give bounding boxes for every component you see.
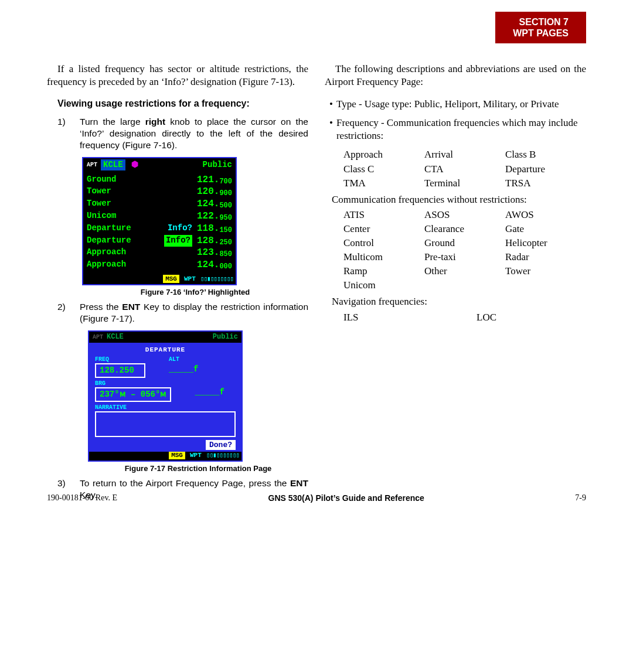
intro-paragraph: If a listed frequency has sector or alti… bbox=[47, 63, 308, 88]
apt-label-dim: APT bbox=[93, 334, 103, 341]
freq-type: Ground bbox=[87, 174, 197, 186]
freq-value: 128.250 bbox=[95, 363, 145, 378]
done-button: Done? bbox=[206, 440, 236, 450]
doc-title: GNS 530(A) Pilot’s Guide and Reference bbox=[268, 493, 424, 503]
wpt-indicator: WPT bbox=[190, 452, 202, 459]
bullet-type: Type - Usage type: Public, Heliport, Mil… bbox=[325, 98, 586, 111]
grid-cell: Terminal bbox=[424, 177, 505, 190]
section-header: SECTION 7 WPT PAGES bbox=[495, 12, 586, 43]
sub-nav-freq: Navigation frequencies: bbox=[332, 295, 586, 308]
left-column: If a listed frequency has sector or alti… bbox=[47, 53, 308, 507]
narrative-box bbox=[95, 411, 236, 437]
grid-cell: Tower bbox=[505, 265, 586, 278]
freq-value: 128.250 bbox=[197, 235, 232, 247]
frequency-row: Tower120.900 bbox=[87, 186, 232, 198]
grid-cell: LOC bbox=[477, 311, 586, 324]
freq-type: Departure bbox=[87, 223, 168, 235]
grid-cell: Center bbox=[343, 223, 424, 236]
step-text: Press the ENT Key to display the restric… bbox=[80, 301, 308, 325]
brg-value: 237°ᴍ – 056°ᴍ bbox=[95, 387, 171, 402]
grid-cell: Control bbox=[343, 237, 424, 250]
frequency-row: Ground121.700 bbox=[87, 174, 232, 186]
grid-cell: Multicom bbox=[343, 251, 424, 264]
gps-screen-frequency-list: APT KCLE ⬢ Public Ground121.700Tower120.… bbox=[82, 157, 237, 285]
right-intro: The following descriptions and abbreviat… bbox=[325, 63, 586, 88]
nav-freq-grid: ILSLOC bbox=[343, 311, 586, 324]
figure-caption: Figure 7-16 ‘Info?’ Highlighted bbox=[82, 288, 308, 298]
figure-caption: Figure 7-17 Restriction Information Page bbox=[88, 464, 308, 474]
freq-value: 121.700 bbox=[197, 174, 232, 186]
freq-type: Unicom bbox=[87, 210, 197, 223]
step-number: 1) bbox=[57, 116, 69, 151]
grid-cell: Other bbox=[424, 265, 505, 278]
grid-cell: ILS bbox=[343, 311, 453, 324]
alt-value-1: _____f bbox=[169, 363, 198, 374]
section-number: SECTION 7 bbox=[513, 16, 569, 28]
frequency-row: Unicom122.950 bbox=[87, 210, 232, 223]
msg-indicator: MSG bbox=[163, 275, 179, 283]
freq-value: 124.500 bbox=[197, 198, 232, 210]
frequency-row: Approach123.850 bbox=[87, 247, 232, 259]
grid-cell: Helicopter bbox=[505, 237, 586, 250]
brg-label: BRG bbox=[95, 380, 171, 387]
grid-cell bbox=[424, 279, 505, 292]
sub-no-restrictions: Communication frequencies without restri… bbox=[332, 193, 586, 206]
grid-cell: Class C bbox=[343, 163, 424, 176]
grid-cell: Radar bbox=[505, 251, 586, 264]
info-designation: Info? bbox=[168, 223, 192, 235]
step-2: 2) Press the ENT Key to display the rest… bbox=[57, 301, 308, 325]
freq-with-restrictions-grid: ApproachArrivalClass BClass CCTADepartur… bbox=[343, 148, 586, 189]
grid-cell: Approach bbox=[343, 148, 424, 161]
frequency-row: Approach124.000 bbox=[87, 259, 232, 271]
freq-value: 120.900 bbox=[197, 186, 232, 198]
figure-7-16: APT KCLE ⬢ Public Ground121.700Tower120.… bbox=[82, 157, 308, 298]
grid-cell: TRSA bbox=[505, 177, 586, 190]
freq-label: FREQ bbox=[95, 356, 145, 363]
info-designation: Info? bbox=[164, 235, 192, 247]
freq-type: Tower bbox=[87, 186, 197, 198]
subheading: Viewing usage restrictions for a frequen… bbox=[47, 98, 308, 110]
frequency-row: DepartureInfo?118.150 bbox=[87, 223, 232, 235]
bullet-frequency: Frequency - Communication frequencies wh… bbox=[325, 117, 586, 142]
figure-7-17: APT KCLE Public DEPARTURE FREQ 128.250 bbox=[88, 330, 308, 474]
freq-value: 123.850 bbox=[197, 247, 232, 259]
freq-type: Approach bbox=[87, 247, 197, 259]
grid-cell: CTA bbox=[424, 163, 505, 176]
waypoint-symbol-icon: ⬢ bbox=[131, 159, 138, 170]
grid-cell: Ramp bbox=[343, 265, 424, 278]
apt-code-dim: KCLE bbox=[107, 333, 124, 341]
grid-cell: ATIS bbox=[343, 209, 424, 221]
freq-without-restrictions-grid: ATISASOSAWOSCenterClearanceGateControlGr… bbox=[343, 209, 586, 292]
grid-cell: Gate bbox=[505, 223, 586, 236]
grid-cell: Clearance bbox=[424, 223, 505, 236]
step-number: 2) bbox=[57, 301, 69, 325]
apt-code: KCLE bbox=[101, 159, 125, 170]
grid-cell: ASOS bbox=[424, 209, 505, 221]
grid-cell: Arrival bbox=[424, 148, 505, 161]
page-group-indicator-icon: ▯▯▮▯▯▯▯▯▯▯ bbox=[206, 452, 239, 459]
freq-value: 124.000 bbox=[197, 259, 232, 271]
freq-value: 122.950 bbox=[197, 210, 232, 223]
apt-label: APT bbox=[87, 161, 97, 169]
page-group-indicator-icon: ▯▯▮▯▯▯▯▯▯▯ bbox=[200, 275, 233, 283]
step-text: Turn the large right knob to place the c… bbox=[80, 116, 308, 151]
grid-cell: Ground bbox=[424, 237, 505, 250]
freq-type: Tower bbox=[87, 198, 197, 210]
facility-dim: Public bbox=[213, 333, 238, 341]
gps-screen-restriction-info: APT KCLE Public DEPARTURE FREQ 128.250 bbox=[88, 330, 243, 462]
page-number: 7-9 bbox=[575, 493, 586, 503]
doc-revision: 190-00181-00 Rev. E bbox=[47, 493, 117, 503]
narrative-label: NARRATIVE bbox=[95, 404, 236, 411]
grid-cell bbox=[505, 279, 586, 292]
alt-value-2: _____f bbox=[195, 386, 224, 397]
freq-type: Approach bbox=[87, 259, 197, 271]
grid-cell: AWOS bbox=[505, 209, 586, 221]
grid-cell: Departure bbox=[505, 163, 586, 176]
page-footer: 190-00181-00 Rev. E GNS 530(A) Pilot’s G… bbox=[47, 493, 586, 503]
grid-cell: Unicom bbox=[343, 279, 424, 292]
grid-cell: Pre-taxi bbox=[424, 251, 505, 264]
msg-indicator: MSG bbox=[169, 452, 185, 459]
freq-value: 118.150 bbox=[197, 223, 232, 235]
grid-cell: TMA bbox=[343, 177, 424, 190]
frequency-row: DepartureInfo?128.250 bbox=[87, 235, 232, 247]
